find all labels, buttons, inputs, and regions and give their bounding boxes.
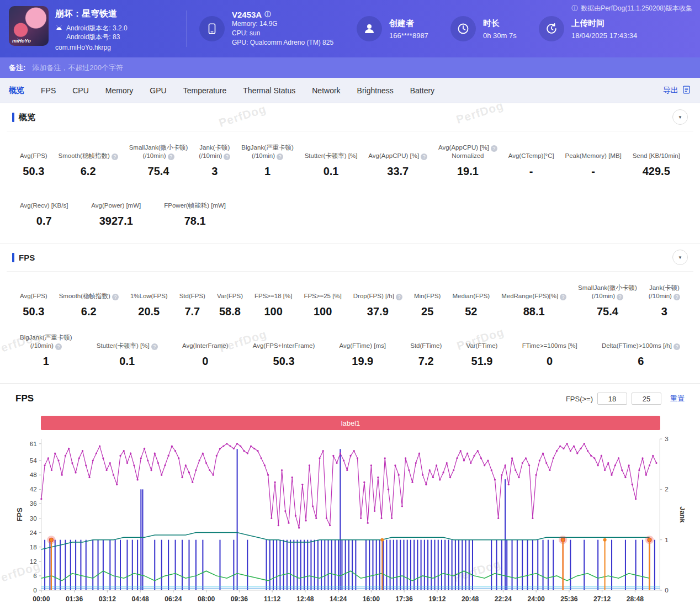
svg-text:20:48: 20:48 bbox=[462, 595, 479, 603]
tab-memory[interactable]: Memory bbox=[105, 86, 134, 95]
stat-value: 50.3 bbox=[253, 355, 315, 368]
help-icon[interactable]: ? bbox=[396, 294, 402, 300]
help-icon[interactable]: ? bbox=[674, 294, 680, 300]
reset-link[interactable]: 重置 bbox=[670, 394, 685, 404]
help-icon[interactable]: ? bbox=[151, 343, 158, 350]
stat-value: 100 bbox=[304, 305, 341, 318]
stat-value: 7.7 bbox=[179, 305, 205, 318]
stat-label: FPS>=18 [%] bbox=[254, 292, 292, 300]
help-icon[interactable]: ? bbox=[617, 294, 623, 300]
fps-chart[interactable]: 06121824303642485461012300:0001:3603:120… bbox=[15, 432, 685, 609]
stat-label: BigJank(严重卡顿) bbox=[241, 144, 294, 152]
chart-annotation-banner: label1 bbox=[41, 416, 660, 430]
stat-value: 78.1 bbox=[164, 215, 226, 227]
fps-threshold-low-input[interactable] bbox=[597, 393, 627, 405]
tab-概览[interactable]: 概览 bbox=[9, 86, 24, 96]
stat: Avg(AppCPU) [%]?33.7 bbox=[368, 144, 427, 178]
report-header: ⓘ 数据由PerfDog(11.1.250208)版本收集 miHoYo 崩坏：… bbox=[0, 0, 700, 57]
android-icon bbox=[55, 25, 63, 41]
svg-text:1: 1 bbox=[665, 536, 669, 543]
clock-icon bbox=[450, 16, 476, 41]
svg-text:09:36: 09:36 bbox=[231, 595, 248, 603]
creator-value: 166****8987 bbox=[389, 31, 428, 40]
svg-text:18: 18 bbox=[30, 543, 37, 550]
collapse-button[interactable]: ▼ bbox=[672, 250, 688, 265]
stat: Avg(InterFrame)0 bbox=[182, 333, 229, 368]
stat: Stutter(卡顿率) [%]?0.1 bbox=[97, 333, 158, 368]
stat: Avg(CTemp)[°C]- bbox=[508, 144, 554, 178]
tab-cpu[interactable]: CPU bbox=[72, 86, 89, 95]
duration-info: 时长 0h 30m 7s bbox=[450, 16, 539, 41]
svg-text:04:48: 04:48 bbox=[131, 595, 149, 603]
svg-text:2: 2 bbox=[665, 485, 669, 493]
device-name: V2453A bbox=[232, 10, 262, 19]
svg-text:48: 48 bbox=[30, 471, 37, 478]
help-icon[interactable]: ? bbox=[55, 343, 62, 350]
stat-label: Stutter(卡顿率) [%]? bbox=[97, 342, 158, 350]
stat-value: 0 bbox=[182, 355, 229, 368]
stat-value: 75.4 bbox=[129, 165, 188, 178]
section-title-fps: FPS bbox=[19, 253, 35, 262]
stat: Send [KB/10min]429.5 bbox=[633, 144, 680, 178]
remark-input[interactable] bbox=[31, 63, 265, 72]
stat-label: Median(FPS) bbox=[452, 292, 490, 300]
svg-text:16:00: 16:00 bbox=[363, 595, 380, 603]
section-accent-bar bbox=[12, 253, 14, 262]
help-icon[interactable]: ? bbox=[560, 294, 566, 300]
stat: Peak(Memory) [MB]- bbox=[565, 144, 622, 178]
stat-value: 6.2 bbox=[58, 165, 118, 178]
upload-time-icon bbox=[539, 16, 564, 41]
stat: BigJank(严重卡顿)(/10min)?1 bbox=[241, 144, 294, 178]
help-icon[interactable]: ? bbox=[491, 145, 497, 152]
stat-value: 52 bbox=[452, 305, 490, 318]
svg-text:01:36: 01:36 bbox=[66, 595, 83, 603]
stat-label: (/10min)? bbox=[241, 152, 294, 160]
help-icon[interactable]: ? bbox=[421, 153, 427, 160]
stat-value: 0.1 bbox=[305, 165, 358, 178]
stat-label: MedRange(FPS)[%]? bbox=[501, 292, 566, 300]
info-icon[interactable]: ⓘ bbox=[264, 10, 271, 19]
svg-text:11:12: 11:12 bbox=[264, 595, 281, 603]
stat-value: 88.1 bbox=[501, 305, 566, 318]
phone-icon bbox=[199, 16, 225, 41]
svg-text:08:00: 08:00 bbox=[198, 595, 215, 603]
remark-bar: 备注: bbox=[0, 57, 700, 78]
stat-label: Delta(FTime)>100ms [/h]? bbox=[602, 342, 680, 350]
collapse-button[interactable]: ▼ bbox=[672, 109, 688, 125]
tab-temperature[interactable]: Temperature bbox=[183, 86, 227, 95]
game-info: miHoYo 崩坏：星穹铁道 Android版本名: 3.2.0 Android… bbox=[9, 6, 174, 51]
tab-network[interactable]: Network bbox=[312, 86, 340, 95]
stat: 1%Low(FPS)20.5 bbox=[130, 284, 168, 318]
tab-fps[interactable]: FPS bbox=[41, 86, 56, 95]
stat-value: 6 bbox=[602, 355, 680, 368]
help-icon[interactable]: ? bbox=[224, 153, 230, 160]
stat-value: 429.5 bbox=[633, 165, 680, 178]
tab-thermal-status[interactable]: Thermal Status bbox=[243, 86, 295, 95]
section-fps: FPS ▼ Avg(FPS)50.3Smooth(稳帧指数)?6.21%Low(… bbox=[0, 243, 700, 384]
stat-value: 3927.1 bbox=[91, 215, 141, 227]
fps-threshold-high-input[interactable] bbox=[632, 393, 661, 405]
svg-text:06:24: 06:24 bbox=[165, 595, 182, 603]
stat-value: - bbox=[508, 165, 554, 178]
stat: BigJank(严重卡顿)(/10min)?1 bbox=[20, 333, 72, 368]
help-icon[interactable]: ? bbox=[168, 153, 174, 160]
help-icon[interactable]: ? bbox=[277, 153, 283, 160]
help-icon[interactable]: ? bbox=[112, 153, 118, 160]
creator-info: 创建者 166****8987 bbox=[357, 16, 450, 41]
stat-label: (/10min)? bbox=[578, 292, 637, 300]
help-icon[interactable]: ? bbox=[674, 343, 680, 350]
export-button[interactable]: 导出 bbox=[663, 85, 691, 96]
tab-gpu[interactable]: GPU bbox=[150, 86, 166, 95]
help-icon[interactable]: ? bbox=[112, 294, 119, 300]
avatar-brand: miHoYo bbox=[12, 38, 31, 44]
tab-battery[interactable]: Battery bbox=[410, 86, 434, 95]
stat-label: SmallJank(微小卡顿) bbox=[129, 144, 188, 152]
stat-label: (/10min)? bbox=[649, 292, 680, 300]
svg-text:6: 6 bbox=[33, 572, 37, 579]
stat-label: Send [KB/10min] bbox=[633, 152, 680, 160]
stat-value: 3 bbox=[649, 305, 680, 318]
tab-brightness[interactable]: Brightness bbox=[357, 86, 394, 95]
stat-label: Var(FTime) bbox=[466, 342, 498, 350]
stat-label: FPower(帧能耗) [mW] bbox=[164, 202, 226, 210]
stat-label: Std(FPS) bbox=[179, 292, 205, 300]
